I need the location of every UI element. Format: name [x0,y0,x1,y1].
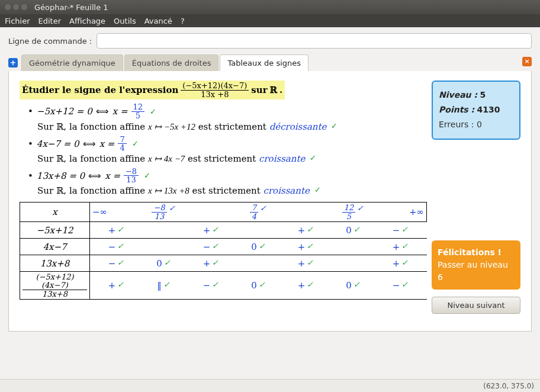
check-icon: ✓ [164,258,171,267]
table-cell: +✓ [187,225,234,236]
table-cell: 0✓ [329,280,377,291]
check-icon: ✓ [163,280,170,289]
cmdline-input[interactable] [97,33,532,49]
tab-tableaux[interactable]: Tableaux de signes [220,54,308,71]
check-icon: ✓ [150,107,156,116]
table-cell: +✓ [92,225,140,236]
window-controls[interactable] [5,4,27,10]
check-icon: ✓ [331,121,338,130]
check-icon: ✓ [117,225,124,234]
statusbar: (623.0, 375.0) [0,379,540,392]
main-panel: Étudier le signe de l'expression (−5x+12… [8,71,532,332]
table-cell: −✓ [187,280,234,291]
factor-3-root: • 13x+8 = 0 ⟺ x = −813 ✓ [28,168,427,184]
table-cell: 0✓ [329,225,377,236]
check-icon: ✓ [401,225,408,234]
check-icon: ✓ [169,204,175,213]
menu-avance[interactable]: Avancé [144,17,172,25]
table-row-label: (−5x+12)(4x−7)13x+8 [20,272,90,300]
table-cell: +✓ [187,258,234,269]
table-cell: +✓ [377,258,424,269]
menu-help[interactable]: ? [181,17,185,25]
check-icon: ✓ [401,242,408,250]
table-cell: +✓ [282,242,329,252]
table-cell: −✓ [92,258,140,269]
tab-add-icon[interactable]: + [8,58,18,68]
factor-2-root: • 4x−7 = 0 ⟺ x = 74 ✓ [28,136,427,152]
check-icon: ✓ [117,242,124,250]
window-maximize-icon[interactable] [21,4,27,10]
table-row-label: 4x−7 [20,239,90,255]
check-icon: ✓ [259,280,265,289]
table-cell: +✓ [282,280,329,291]
factor-3-monotone: Sur ℝ, la fonction affine x ↦ 13x +8 est… [37,185,427,196]
tabs: + Géométrie dynamique Équations de droit… [8,54,532,71]
exercise-area: Étudier le signe de l'expression (−5x+12… [20,81,427,322]
check-icon: ✓ [132,139,139,148]
check-icon: ✓ [212,258,218,267]
tab-geometrie[interactable]: Géométrie dynamique [21,54,123,71]
window-close-icon[interactable] [5,4,11,10]
check-icon: ✓ [260,204,266,213]
table-cell: +✓ [377,242,424,252]
factor-1-root: • −5x+12 = 0 ⟺ x = 125 ✓ [28,103,427,120]
check-icon: ✓ [353,225,360,234]
window-minimize-icon[interactable] [13,4,19,10]
check-icon: ✓ [117,280,124,289]
table-var: x [20,203,90,222]
menubar: Fichier Editer Affichage Outils Avancé ? [0,14,540,27]
sidebar: Niveau : 5 Points : 4130 Erreurs : 0 Fél… [432,81,520,322]
window-title: Géophar-* Feuille 1 [34,3,108,12]
check-icon: ✓ [212,242,218,250]
table-cell: +✓ [92,280,140,291]
table-cell: −✓ [92,242,140,252]
table-cell: −✓ [377,225,424,236]
table-cell: ‖✓ [140,280,187,291]
menu-fichier[interactable]: Fichier [5,17,30,25]
check-icon: ✓ [144,171,150,180]
status-coords: (623.0, 375.0) [483,382,534,390]
next-level-button[interactable]: Niveau suivant [432,297,520,314]
check-icon: ✓ [357,204,364,213]
check-icon: ✓ [310,153,316,162]
check-icon: ✓ [212,225,218,234]
cmdline-label: Ligne de commande : [8,37,92,46]
table-cell: −✓ [377,280,424,291]
table-row-label: −5x+12 [20,222,90,239]
check-icon: ✓ [307,225,313,234]
check-icon: ✓ [353,280,360,289]
table-row-label: 13x+8 [20,255,90,272]
check-icon: ✓ [307,258,313,267]
check-icon: ✓ [401,280,408,289]
table-cell: −✓ [187,242,234,252]
tab-equations[interactable]: Équations de droites [124,54,219,71]
check-icon: ✓ [307,242,313,250]
sign-table: x −∞ −813✓ 74✓ 125✓ +∞ −5x+12+✓+✓+✓0✓−✓4… [20,202,427,300]
check-icon: ✓ [401,258,408,267]
table-cell: +✓ [282,258,329,269]
table-cell: +✓ [282,225,329,236]
table-cell: 0✓ [234,280,282,291]
check-icon: ✓ [212,280,218,289]
window-titlebar: Géophar-* Feuille 1 [0,0,540,14]
tab-close-icon[interactable]: × [522,57,532,66]
factor-1-monotone: Sur ℝ, la fonction affine x ↦ −5x +12 es… [37,121,427,132]
score-box: Niveau : 5 Points : 4130 Erreurs : 0 [432,81,520,140]
table-cell: 0✓ [234,242,282,252]
prompt-expression: (−5x+12)(4x−7) 13x +8 [181,82,249,98]
check-icon: ✓ [117,258,124,267]
check-icon: ✓ [314,185,321,194]
exercise-prompt: Étudier le signe de l'expression (−5x+12… [20,81,285,99]
check-icon: ✓ [307,280,313,289]
congrats-box: Félicitations ! Passer au niveau 6 [432,240,520,290]
table-cell: 0✓ [140,258,187,269]
factor-2-monotone: Sur ℝ, la fonction affine x ↦ 4x −7 est … [37,153,427,164]
check-icon: ✓ [259,242,265,250]
menu-editer[interactable]: Editer [38,17,62,25]
menu-outils[interactable]: Outils [114,17,136,25]
menu-affichage[interactable]: Affichage [69,17,105,25]
